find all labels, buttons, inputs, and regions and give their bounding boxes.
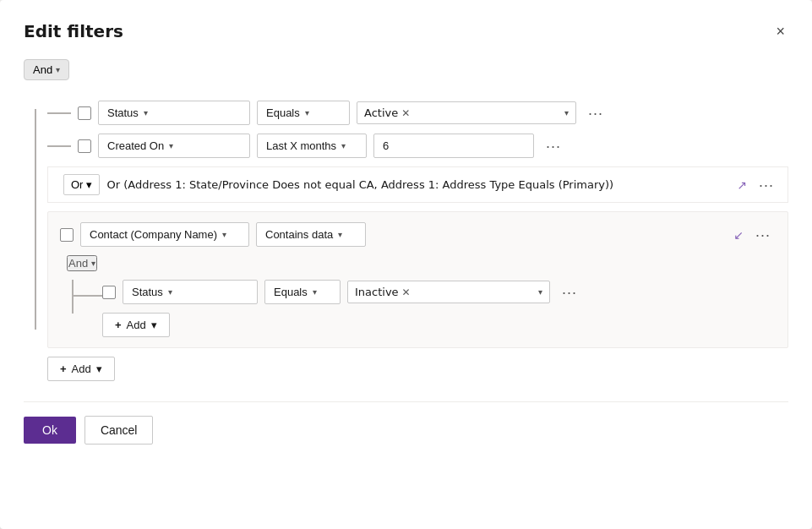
row1-checkbox[interactable] [78, 106, 91, 120]
nested-row-operator-label: Equals [274, 286, 308, 298]
nested-filter-row-status: Status ▾ Equals ▾ Inactive ✕ ▾ [102, 280, 776, 304]
row1-value-tag: Active ✕ [364, 106, 410, 119]
row1-operator-label: Equals [266, 106, 300, 119]
row1-field-label: Status [107, 106, 139, 119]
or-expand-icon[interactable]: ↗ [737, 178, 747, 192]
connector-line-1 [47, 112, 71, 114]
filter-row-createdon: Created On ▾ Last X months ▾ ··· [24, 134, 788, 158]
row2-operator-chevron: ▾ [341, 141, 346, 150]
nested-row-operator-chevron: ▾ [313, 287, 317, 297]
row2-more-button[interactable]: ··· [541, 137, 566, 155]
nested-group-field-chevron: ▾ [222, 230, 226, 239]
root-and-chevron: ▾ [56, 65, 60, 74]
nested-row-value-field: Inactive ✕ ▾ [347, 281, 550, 303]
row2-field-label: Created On [107, 139, 164, 152]
row1-operator-chevron: ▾ [305, 108, 309, 117]
ok-button[interactable]: Ok [24, 417, 76, 444]
row2-operator-dropdown[interactable]: Last X months ▾ [257, 134, 367, 158]
nested-group-field-label: Contact (Company Name) [90, 228, 217, 241]
dialog-title: Edit filters [24, 21, 123, 41]
nested-group-operator-label: Contains data [265, 228, 333, 241]
row1-field-dropdown[interactable]: Status ▾ [98, 101, 250, 125]
dialog-header: Edit filters × [24, 20, 788, 42]
nested-add-chevron: ▾ [151, 319, 157, 331]
root-add-button[interactable]: + Add ▾ [47, 357, 115, 381]
nested-add-label: Add [127, 319, 146, 331]
connector-line-2 [47, 145, 71, 147]
nested-and-operator[interactable]: And ▾ [67, 255, 97, 271]
nested-row-field-chevron: ▾ [168, 287, 172, 297]
root-add-chevron: ▾ [96, 363, 102, 375]
dialog-footer: Ok Cancel [24, 401, 788, 444]
row2-field-dropdown[interactable]: Created On ▾ [98, 134, 250, 158]
nested-add-button[interactable]: + Add ▾ [102, 313, 170, 337]
nested-row-more-button[interactable]: ··· [557, 283, 582, 302]
close-button[interactable]: × [772, 20, 788, 42]
root-and-operator[interactable]: And ▾ [24, 59, 69, 80]
nested-group-collapse-icon[interactable]: ↙ [733, 228, 744, 242]
nested-group-operator-dropdown[interactable]: Contains data ▾ [256, 222, 366, 247]
or-operator-label: Or [71, 178, 83, 191]
nested-row-value-tag: Inactive ✕ [355, 286, 411, 298]
nested-group-header: Contact (Company Name) ▾ Contains data ▾… [60, 222, 776, 247]
nested-group-operator-chevron: ▾ [338, 230, 342, 239]
row1-value-field: Active ✕ ▾ [357, 101, 576, 124]
root-and-label: And [33, 63, 52, 76]
nested-row-checkbox[interactable] [102, 286, 116, 299]
nested-row-field-dropdown[interactable]: Status ▾ [123, 280, 258, 304]
or-operator-chevron: ▾ [86, 178, 92, 191]
nested-row-value-text: Inactive [355, 286, 399, 298]
row1-value-chevron[interactable]: ▾ [564, 108, 569, 117]
or-more-button[interactable]: ··· [754, 176, 779, 194]
row2-operator-label: Last X months [266, 139, 336, 152]
row2-field-chevron: ▾ [169, 141, 173, 150]
nested-row-value-remove[interactable]: ✕ [402, 287, 411, 297]
row1-operator-dropdown[interactable]: Equals ▾ [257, 101, 350, 125]
nested-add-plus: + [115, 319, 122, 331]
root-add-plus: + [60, 363, 67, 375]
edit-filters-dialog: Edit filters × And ▾ Status ▾ Equals ▾ [0, 0, 812, 529]
nested-row-value-chevron[interactable]: ▾ [538, 287, 542, 297]
nested-row-operator-dropdown[interactable]: Equals ▾ [264, 280, 341, 304]
filter-row-status: Status ▾ Equals ▾ Active ✕ ▾ ··· [24, 101, 788, 125]
row1-value-text: Active [364, 106, 398, 119]
nested-and-chevron: ▾ [91, 259, 95, 268]
nested-group-more-button[interactable]: ··· [750, 226, 776, 244]
row2-checkbox[interactable] [78, 139, 91, 153]
row1-field-chevron: ▾ [144, 108, 148, 117]
nested-group: Contact (Company Name) ▾ Contains data ▾… [47, 211, 788, 348]
nested-connector-h [72, 295, 102, 297]
or-group-row: Or ▾ Or (Address 1: State/Province Does … [47, 166, 788, 203]
nested-side-line [72, 280, 74, 314]
nested-group-checkbox[interactable] [60, 228, 74, 242]
nested-row-field-label: Status [132, 286, 163, 298]
or-description-text: Or (Address 1: State/Province Does not e… [106, 178, 727, 191]
nested-and-label: And [68, 257, 88, 270]
filter-rows-container: Status ▾ Equals ▾ Active ✕ ▾ ··· Created… [24, 101, 788, 348]
row2-value-input[interactable] [373, 134, 534, 158]
root-add-label: Add [72, 363, 91, 375]
or-operator-button[interactable]: Or ▾ [63, 174, 100, 195]
cancel-button[interactable]: Cancel [84, 416, 154, 444]
row1-more-button[interactable]: ··· [583, 104, 608, 123]
nested-group-field-dropdown[interactable]: Contact (Company Name) ▾ [80, 222, 249, 247]
row1-value-remove[interactable]: ✕ [401, 108, 410, 118]
